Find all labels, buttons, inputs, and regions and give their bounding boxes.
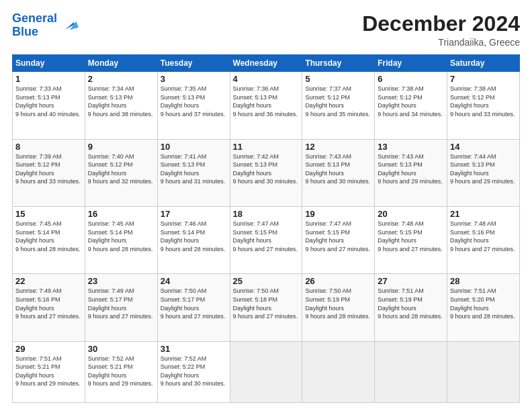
calendar-cell: 30Sunrise: 7:52 AMSunset: 5:21 PMDayligh… bbox=[85, 341, 157, 402]
day-number: 12 bbox=[305, 142, 371, 152]
day-number: 5 bbox=[305, 74, 371, 84]
day-number: 20 bbox=[378, 209, 444, 219]
day-info: Sunrise: 7:41 AMSunset: 5:13 PMDaylight … bbox=[161, 152, 227, 186]
calendar-cell: 22Sunrise: 7:49 AMSunset: 5:16 PMDayligh… bbox=[13, 274, 85, 341]
calendar-cell: 14Sunrise: 7:44 AMSunset: 5:13 PMDayligh… bbox=[447, 139, 520, 206]
day-number: 2 bbox=[88, 74, 154, 84]
day-info: Sunrise: 7:38 AMSunset: 5:12 PMDaylight … bbox=[450, 85, 517, 118]
calendar-table: SundayMondayTuesdayWednesdayThursdayFrid… bbox=[12, 54, 520, 403]
calendar-week-3: 15Sunrise: 7:45 AMSunset: 5:14 PMDayligh… bbox=[13, 206, 520, 273]
calendar-week-5: 29Sunrise: 7:51 AMSunset: 5:21 PMDayligh… bbox=[13, 341, 520, 402]
day-number: 30 bbox=[88, 344, 154, 354]
calendar-cell: 16Sunrise: 7:45 AMSunset: 5:14 PMDayligh… bbox=[85, 206, 157, 273]
day-number: 22 bbox=[15, 276, 82, 286]
day-number: 24 bbox=[161, 276, 227, 286]
day-number: 3 bbox=[161, 74, 227, 84]
weekday-tuesday: Tuesday bbox=[157, 55, 230, 72]
day-info: Sunrise: 7:50 AMSunset: 5:17 PMDaylight … bbox=[161, 287, 227, 320]
day-info: Sunrise: 7:37 AMSunset: 5:12 PMDaylight … bbox=[305, 85, 371, 118]
weekday-sunday: Sunday bbox=[13, 55, 85, 72]
title-block: December 2024 Triandaiika, Greece bbox=[362, 12, 520, 48]
weekday-friday: Friday bbox=[375, 55, 447, 72]
day-info: Sunrise: 7:46 AMSunset: 5:14 PMDaylight … bbox=[161, 220, 227, 253]
day-number: 19 bbox=[305, 209, 371, 219]
calendar-cell: 15Sunrise: 7:45 AMSunset: 5:14 PMDayligh… bbox=[13, 206, 85, 273]
day-info: Sunrise: 7:48 AMSunset: 5:15 PMDaylight … bbox=[378, 220, 444, 253]
day-info: Sunrise: 7:51 AMSunset: 5:19 PMDaylight … bbox=[378, 287, 444, 320]
weekday-monday: Monday bbox=[85, 55, 157, 72]
day-number: 1 bbox=[15, 74, 82, 84]
page: GeneralBlue December 2024 Triandaiika, G… bbox=[0, 0, 532, 411]
day-info: Sunrise: 7:36 AMSunset: 5:13 PMDaylight … bbox=[233, 85, 300, 118]
header: GeneralBlue December 2024 Triandaiika, G… bbox=[12, 12, 520, 48]
day-number: 13 bbox=[378, 142, 444, 152]
calendar-week-2: 8Sunrise: 7:39 AMSunset: 5:12 PMDaylight… bbox=[13, 139, 520, 206]
day-number: 7 bbox=[450, 74, 517, 84]
weekday-wednesday: Wednesday bbox=[230, 55, 302, 72]
day-number: 25 bbox=[233, 276, 300, 286]
day-info: Sunrise: 7:50 AMSunset: 5:18 PMDaylight … bbox=[233, 287, 300, 320]
day-number: 21 bbox=[450, 209, 517, 219]
day-info: Sunrise: 7:47 AMSunset: 5:15 PMDaylight … bbox=[305, 220, 371, 253]
calendar-cell bbox=[447, 341, 520, 402]
calendar-cell bbox=[302, 341, 375, 402]
calendar-cell: 1Sunrise: 7:33 AMSunset: 5:13 PMDaylight… bbox=[13, 72, 85, 139]
day-number: 23 bbox=[88, 276, 154, 286]
month-year: December 2024 bbox=[362, 12, 520, 36]
day-info: Sunrise: 7:50 AMSunset: 5:19 PMDaylight … bbox=[305, 287, 371, 320]
weekday-thursday: Thursday bbox=[302, 55, 375, 72]
day-info: Sunrise: 7:44 AMSunset: 5:13 PMDaylight … bbox=[450, 152, 517, 186]
calendar-cell: 25Sunrise: 7:50 AMSunset: 5:18 PMDayligh… bbox=[230, 274, 302, 341]
day-number: 16 bbox=[88, 209, 154, 219]
calendar-cell: 21Sunrise: 7:48 AMSunset: 5:16 PMDayligh… bbox=[447, 206, 520, 273]
weekday-saturday: Saturday bbox=[447, 55, 520, 72]
day-number: 14 bbox=[450, 142, 517, 152]
day-number: 6 bbox=[378, 74, 444, 84]
weekday-header-row: SundayMondayTuesdayWednesdayThursdayFrid… bbox=[13, 55, 520, 72]
day-info: Sunrise: 7:48 AMSunset: 5:16 PMDaylight … bbox=[450, 220, 517, 253]
calendar-cell bbox=[230, 341, 302, 402]
day-number: 17 bbox=[161, 209, 227, 219]
calendar-body: 1Sunrise: 7:33 AMSunset: 5:13 PMDaylight… bbox=[13, 72, 520, 403]
calendar-cell: 2Sunrise: 7:34 AMSunset: 5:13 PMDaylight… bbox=[85, 72, 157, 139]
day-number: 29 bbox=[15, 344, 82, 354]
calendar-cell bbox=[375, 341, 447, 402]
day-info: Sunrise: 7:33 AMSunset: 5:13 PMDaylight … bbox=[15, 85, 82, 118]
calendar-cell: 20Sunrise: 7:48 AMSunset: 5:15 PMDayligh… bbox=[375, 206, 447, 273]
calendar-cell: 13Sunrise: 7:43 AMSunset: 5:13 PMDayligh… bbox=[375, 139, 447, 206]
day-number: 28 bbox=[450, 276, 517, 286]
logo-icon bbox=[60, 16, 79, 35]
day-number: 15 bbox=[15, 209, 82, 219]
day-number: 18 bbox=[233, 209, 300, 219]
calendar-cell: 24Sunrise: 7:50 AMSunset: 5:17 PMDayligh… bbox=[157, 274, 230, 341]
calendar-cell: 18Sunrise: 7:47 AMSunset: 5:15 PMDayligh… bbox=[230, 206, 302, 273]
day-info: Sunrise: 7:52 AMSunset: 5:21 PMDaylight … bbox=[88, 355, 154, 388]
day-number: 27 bbox=[378, 276, 444, 286]
day-info: Sunrise: 7:34 AMSunset: 5:13 PMDaylight … bbox=[88, 85, 154, 118]
day-info: Sunrise: 7:40 AMSunset: 5:12 PMDaylight … bbox=[88, 152, 154, 186]
day-info: Sunrise: 7:38 AMSunset: 5:12 PMDaylight … bbox=[378, 85, 444, 118]
day-info: Sunrise: 7:49 AMSunset: 5:16 PMDaylight … bbox=[15, 287, 82, 320]
location: Triandaiika, Greece bbox=[362, 37, 520, 48]
calendar-cell: 3Sunrise: 7:35 AMSunset: 5:13 PMDaylight… bbox=[157, 72, 230, 139]
day-info: Sunrise: 7:51 AMSunset: 5:20 PMDaylight … bbox=[450, 287, 517, 320]
logo-text: GeneralBlue bbox=[12, 12, 57, 39]
day-info: Sunrise: 7:47 AMSunset: 5:15 PMDaylight … bbox=[233, 220, 300, 253]
logo: GeneralBlue bbox=[12, 12, 79, 39]
day-number: 4 bbox=[233, 74, 300, 84]
day-number: 31 bbox=[161, 344, 227, 354]
calendar-cell: 27Sunrise: 7:51 AMSunset: 5:19 PMDayligh… bbox=[375, 274, 447, 341]
calendar-week-4: 22Sunrise: 7:49 AMSunset: 5:16 PMDayligh… bbox=[13, 274, 520, 341]
calendar-cell: 23Sunrise: 7:49 AMSunset: 5:17 PMDayligh… bbox=[85, 274, 157, 341]
calendar-cell: 19Sunrise: 7:47 AMSunset: 5:15 PMDayligh… bbox=[302, 206, 375, 273]
day-info: Sunrise: 7:42 AMSunset: 5:13 PMDaylight … bbox=[233, 152, 300, 186]
calendar-cell: 7Sunrise: 7:38 AMSunset: 5:12 PMDaylight… bbox=[447, 72, 520, 139]
day-info: Sunrise: 7:45 AMSunset: 5:14 PMDaylight … bbox=[88, 220, 154, 253]
day-number: 11 bbox=[233, 142, 300, 152]
day-info: Sunrise: 7:43 AMSunset: 5:13 PMDaylight … bbox=[305, 152, 371, 186]
day-info: Sunrise: 7:35 AMSunset: 5:13 PMDaylight … bbox=[161, 85, 227, 118]
calendar-cell: 11Sunrise: 7:42 AMSunset: 5:13 PMDayligh… bbox=[230, 139, 302, 206]
day-info: Sunrise: 7:45 AMSunset: 5:14 PMDaylight … bbox=[15, 220, 82, 253]
calendar-cell: 12Sunrise: 7:43 AMSunset: 5:13 PMDayligh… bbox=[302, 139, 375, 206]
day-info: Sunrise: 7:52 AMSunset: 5:22 PMDaylight … bbox=[161, 355, 227, 388]
